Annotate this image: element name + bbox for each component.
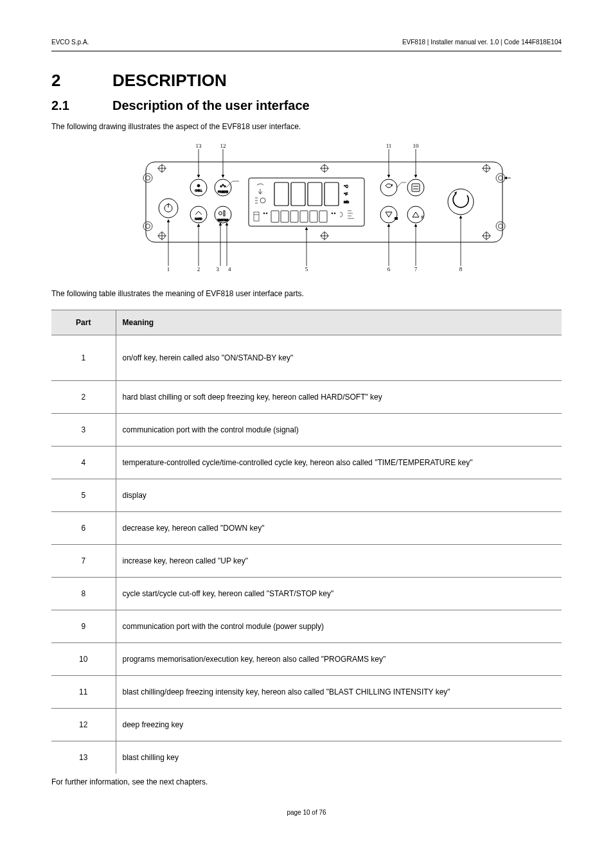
label-12: 12 xyxy=(220,143,226,149)
svg-point-36 xyxy=(190,206,207,223)
table-row: 1on/off key, herein called also "ON/STAN… xyxy=(51,335,562,381)
svg-point-24 xyxy=(499,176,503,181)
svg-point-19 xyxy=(143,173,152,182)
part-cell: 1 xyxy=(51,335,116,381)
footer-text: For further information, see the next ch… xyxy=(51,777,562,786)
part-cell: 12 xyxy=(51,709,116,741)
svg-line-78 xyxy=(396,182,402,188)
table-row: 6decrease key, hereon called "DOWN key" xyxy=(51,512,562,545)
label-3: 3 xyxy=(217,266,220,271)
svg-point-33 xyxy=(222,184,224,186)
table-row: 3communication port with the control mod… xyxy=(51,414,562,447)
table-row: 9communication port with the control mod… xyxy=(51,610,562,643)
table-row: 11blast chilling/deep freezing intensity… xyxy=(51,676,562,709)
table-row: 8cycle start/cycle cut-off key, hereon c… xyxy=(51,578,562,610)
part-cell: 9 xyxy=(51,610,116,643)
meaning-cell: blast chilling key xyxy=(116,741,562,774)
meaning-cell: temperature-controlled cycle/time-contro… xyxy=(116,447,562,479)
svg-rect-66 xyxy=(412,184,420,191)
label-1: 1 xyxy=(167,266,170,271)
meaning-cell: on/off key, herein called also "ON/STAND… xyxy=(116,335,562,381)
part-cell: 13 xyxy=(51,741,116,774)
svg-point-31 xyxy=(197,184,200,187)
meaning-cell: deep freezing key xyxy=(116,709,562,741)
part-cell: 5 xyxy=(51,479,116,512)
svg-point-22 xyxy=(146,224,150,229)
svg-rect-53 xyxy=(254,212,259,221)
header-divider xyxy=(51,51,562,51)
part-cell: 10 xyxy=(51,643,116,676)
svg-point-38 xyxy=(219,212,222,215)
svg-point-64 xyxy=(391,184,393,186)
col-header-part: Part xyxy=(51,310,116,335)
svg-point-69 xyxy=(380,206,397,223)
meaning-cell: display xyxy=(116,479,562,512)
svg-rect-44 xyxy=(324,182,339,206)
meaning-cell: cycle start/cycle cut-off key, hereon ca… xyxy=(116,578,562,610)
device-diagram: CHILL FREEZE HARD TIME/TEMP °C °F min xyxy=(101,143,512,271)
svg-point-27 xyxy=(159,199,178,218)
svg-rect-52 xyxy=(319,211,327,222)
part-cell: 3 xyxy=(51,414,116,447)
svg-point-65 xyxy=(407,179,424,196)
svg-point-58 xyxy=(334,213,335,214)
meaning-cell: increase key, hereon called "UP key" xyxy=(116,545,562,578)
meaning-cell: blast chilling/deep freezing intensity k… xyxy=(116,676,562,709)
svg-point-46 xyxy=(260,198,265,203)
heading-section: 2.1 Description of the user interface xyxy=(51,98,562,113)
svg-point-32 xyxy=(215,179,231,196)
part-cell: 4 xyxy=(51,447,116,479)
svg-point-26 xyxy=(499,224,503,229)
meaning-cell: communication port with the control modu… xyxy=(116,414,562,447)
table-row: 10programs memorisation/execution key, h… xyxy=(51,643,562,676)
heading-chapter-num: 2 xyxy=(51,71,112,91)
svg-point-23 xyxy=(496,173,505,182)
page-number: page 10 of 76 xyxy=(51,809,562,816)
unit-f: °F xyxy=(344,192,348,196)
part-cell: 8 xyxy=(51,578,116,610)
pre-table-text: The following table illustrates the mean… xyxy=(51,289,562,298)
label-5: 5 xyxy=(305,266,308,271)
svg-point-57 xyxy=(332,213,333,214)
unit-c: °C xyxy=(344,184,348,188)
header-right: EVF818 | Installer manual ver. 1.0 | Cod… xyxy=(402,39,562,46)
intro-text: The following drawing illustrates the as… xyxy=(51,122,562,131)
svg-rect-49 xyxy=(290,211,298,222)
timetemp-label: TIME/TEMP xyxy=(217,219,228,222)
parts-table: Part Meaning 1on/off key, herein called … xyxy=(51,310,562,774)
meaning-cell: programs memorisation/execution key, her… xyxy=(116,643,562,676)
label-4: 4 xyxy=(228,266,231,271)
svg-rect-70 xyxy=(395,217,398,220)
meaning-cell: communication port with the control modu… xyxy=(116,610,562,643)
label-6: 6 xyxy=(387,266,391,271)
hard-label: HARD xyxy=(195,217,202,220)
meaning-cell: decrease key, hereon called "DOWN key" xyxy=(116,512,562,545)
heading-chapter-title: DESCRIPTION xyxy=(112,71,227,91)
svg-rect-50 xyxy=(300,211,308,222)
svg-rect-41 xyxy=(274,182,289,206)
svg-rect-42 xyxy=(291,182,305,206)
unit-min: min xyxy=(344,200,349,204)
freeze-label: FREEZE xyxy=(218,190,228,193)
svg-rect-48 xyxy=(281,211,289,222)
svg-point-34 xyxy=(220,186,222,187)
meaning-cell: hard blast chilling or soft deep freezin… xyxy=(116,381,562,414)
table-row: 13blast chilling key xyxy=(51,741,562,774)
label-10: 10 xyxy=(413,143,420,149)
table-row: 2hard blast chilling or soft deep freezi… xyxy=(51,381,562,414)
svg-point-71 xyxy=(407,206,424,223)
label-13: 13 xyxy=(196,143,202,149)
svg-point-55 xyxy=(263,213,265,214)
svg-rect-43 xyxy=(308,182,322,206)
label-7: 7 xyxy=(414,266,418,271)
svg-point-20 xyxy=(146,176,150,181)
page-header: EVCO S.p.A. EVF818 | Installer manual ve… xyxy=(51,39,562,46)
heading-chapter: 2 DESCRIPTION xyxy=(51,71,562,91)
heading-section-num: 2.1 xyxy=(51,98,112,113)
svg-point-56 xyxy=(266,213,267,214)
svg-point-35 xyxy=(224,186,226,187)
part-cell: 11 xyxy=(51,676,116,709)
part-cell: 6 xyxy=(51,512,116,545)
svg-point-75 xyxy=(448,189,474,215)
svg-rect-39 xyxy=(224,211,225,216)
